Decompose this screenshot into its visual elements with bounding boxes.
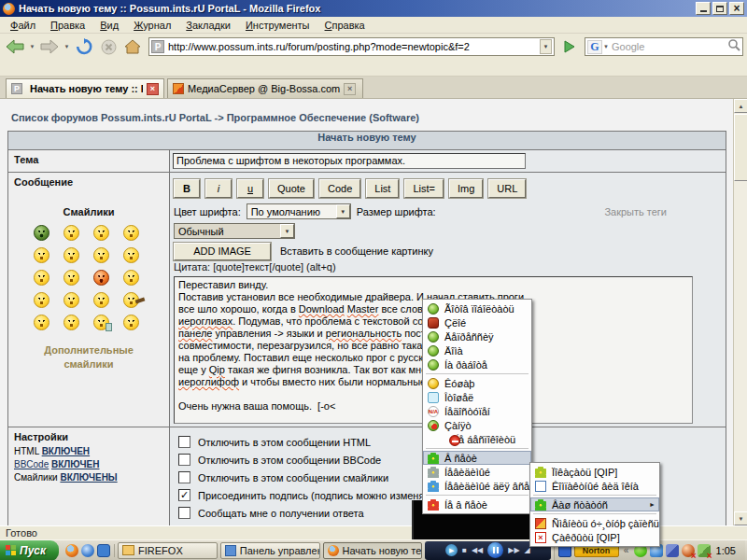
checkbox-unchecked[interactable]: [178, 436, 190, 448]
next-icon[interactable]: ▶▶: [508, 547, 519, 554]
italic-button[interactable]: i: [205, 179, 232, 198]
taskbar-button-control-panel[interactable]: Панель управления: [220, 542, 320, 559]
menu-item[interactable]: Íå â ñåòè: [423, 497, 531, 511]
search-icon[interactable]: [727, 38, 740, 55]
smilies-status-link[interactable]: ВКЛЮЧЕНЫ: [60, 472, 117, 483]
menu-item[interactable]: Âàø ñòàòóñ►: [530, 497, 659, 511]
smiley-laugh-icon[interactable]: [123, 315, 139, 330]
menu-item[interactable]: Íå áåñïîêîèòü: [423, 432, 531, 446]
smiley-shy-icon[interactable]: [63, 292, 79, 308]
url-dropdown-button[interactable]: [540, 39, 552, 54]
scroll-up-icon[interactable]: [734, 99, 747, 113]
taskbar-clock[interactable]: 1:05: [713, 545, 741, 556]
smiley-smile-icon[interactable]: [123, 270, 139, 286]
taskbar-button-firefox-folder[interactable]: FIREFOX: [118, 542, 218, 559]
quote-button[interactable]: Quote: [269, 179, 314, 198]
close-tags-link[interactable]: Закрыть теги: [604, 206, 667, 217]
tab-close-icon[interactable]: ×: [147, 83, 159, 95]
smiley-happy-icon[interactable]: [34, 292, 49, 308]
forward-button[interactable]: [38, 35, 61, 58]
checkbox-checked[interactable]: ✓: [178, 489, 190, 501]
code-button[interactable]: Code: [319, 179, 360, 198]
menu-history[interactable]: Журнал: [127, 19, 177, 32]
home-button[interactable]: [121, 35, 144, 58]
smiley-think-icon[interactable]: [63, 270, 79, 286]
underline-button[interactable]: u: [237, 179, 263, 198]
menu-item[interactable]: Êóøàþ: [423, 376, 531, 390]
font-size-select[interactable]: Обычный: [174, 223, 295, 239]
address-bar[interactable]: P http://www.possum.ints.ru/forum/postin…: [148, 37, 555, 56]
menu-view[interactable]: Вид: [93, 19, 125, 32]
minimize-button[interactable]: [696, 2, 711, 15]
page-scrollbar[interactable]: [733, 99, 747, 525]
img-button[interactable]: Img: [449, 179, 483, 198]
back-button[interactable]: [4, 35, 26, 58]
menu-item[interactable]: Êîìïàêòíûé âèä îêíà: [530, 479, 659, 493]
menu-item[interactable]: Â ñåòè: [423, 451, 531, 465]
stop-button[interactable]: [97, 35, 120, 58]
tab-new-topic[interactable]: P Начать новую тему :: Possum.in... ×: [6, 78, 164, 98]
menu-item[interactable]: Çàêðûòü [QIP]: [530, 530, 659, 544]
smiley-angel-icon[interactable]: [93, 247, 109, 263]
previous-icon[interactable]: ◀◀: [472, 547, 483, 554]
smiley-wink-icon[interactable]: [34, 270, 49, 286]
menu-item[interactable]: Äîìà: [423, 343, 531, 357]
topic-input[interactable]: Проблема с шрифтом в некоторых программа…: [173, 153, 526, 169]
checkbox-unchecked[interactable]: [178, 454, 190, 466]
font-color-select[interactable]: По умолчанию: [247, 203, 351, 219]
menu-file[interactable]: Файл: [4, 19, 42, 32]
list-button[interactable]: List: [366, 179, 399, 198]
menu-bookmarks[interactable]: Закладки: [179, 19, 237, 32]
menu-item[interactable]: Íåâèäèìûé: [423, 465, 531, 479]
search-placeholder[interactable]: Google: [612, 41, 727, 52]
smiley-tongue-icon[interactable]: [34, 315, 49, 330]
scroll-down-icon[interactable]: [734, 511, 747, 525]
media-player-quicklaunch-icon[interactable]: [81, 544, 94, 557]
browser-quicklaunch-icon[interactable]: [97, 544, 110, 557]
menu-item[interactable]: Îòîøåë: [423, 390, 531, 404]
menu-edit[interactable]: Правка: [44, 19, 92, 32]
bbcode-link[interactable]: BBCode: [14, 459, 49, 469]
firefox-quicklaunch-icon[interactable]: [65, 544, 78, 557]
disconnect-icon[interactable]: [698, 544, 711, 557]
go-button[interactable]: [559, 36, 580, 57]
add-image-button[interactable]: ADD IMAGE: [174, 243, 271, 260]
smiley-drink-icon[interactable]: [93, 315, 109, 330]
search-engine-dropdown-icon[interactable]: ▼: [603, 44, 609, 49]
tab-close-icon[interactable]: ×: [344, 83, 356, 95]
html-status-link[interactable]: ВКЛЮЧЕН: [42, 446, 90, 456]
smiley-lol-icon[interactable]: [63, 225, 79, 241]
more-smilies-link[interactable]: Дополнительные смайлики: [14, 343, 163, 371]
menu-item[interactable]: Íåäîñòóïåí: [423, 404, 531, 418]
tab-mediaserver[interactable]: МедиаСервер @ Big-Bossa.com ×: [167, 78, 363, 98]
maximize-button[interactable]: [712, 2, 727, 15]
menu-help[interactable]: Справка: [318, 19, 372, 32]
smiley-crazy-icon[interactable]: [34, 247, 49, 263]
smiley-twisted-icon[interactable]: [34, 225, 49, 241]
url-text[interactable]: http://www.possum.ints.ru/forum/posting.…: [168, 41, 540, 52]
breadcrumb-section-link[interactable]: Программное Обеспечение (Software): [227, 112, 419, 123]
menu-item[interactable]: Ïîêàçàòü [QIP]: [530, 465, 659, 479]
smiley-swear-icon[interactable]: [93, 270, 109, 286]
smiley-rofl-icon[interactable]: [93, 225, 109, 241]
url-button[interactable]: URL: [488, 179, 526, 198]
menu-item[interactable]: Äåïðåññèÿ: [423, 329, 531, 343]
forward-dropdown-icon[interactable]: [63, 35, 71, 58]
scroll-thumb[interactable]: [734, 114, 747, 181]
messenger-icon[interactable]: [666, 544, 679, 557]
play-icon[interactable]: ▶: [445, 544, 458, 556]
bbcode-status-link[interactable]: ВКЛЮЧЕН: [51, 459, 99, 469]
stop-icon[interactable]: ■: [462, 547, 467, 554]
search-bar[interactable]: G ▼ Google: [585, 37, 743, 56]
close-button[interactable]: [729, 2, 744, 15]
alert-icon[interactable]: [682, 544, 695, 557]
checkbox-unchecked[interactable]: [178, 471, 190, 483]
smiley-shoot-icon[interactable]: [123, 292, 139, 308]
smiley-grin-icon[interactable]: [63, 315, 79, 330]
smiley-wacko-icon[interactable]: [123, 247, 139, 263]
start-button[interactable]: Пуск: [0, 540, 59, 560]
breadcrumb-forum-list-link[interactable]: Список форумов Possum.ints.rU PortaL: [11, 112, 211, 123]
checkbox-unchecked[interactable]: [178, 507, 190, 519]
menu-tools[interactable]: Инструменты: [239, 19, 317, 32]
bold-button[interactable]: B: [174, 179, 200, 198]
